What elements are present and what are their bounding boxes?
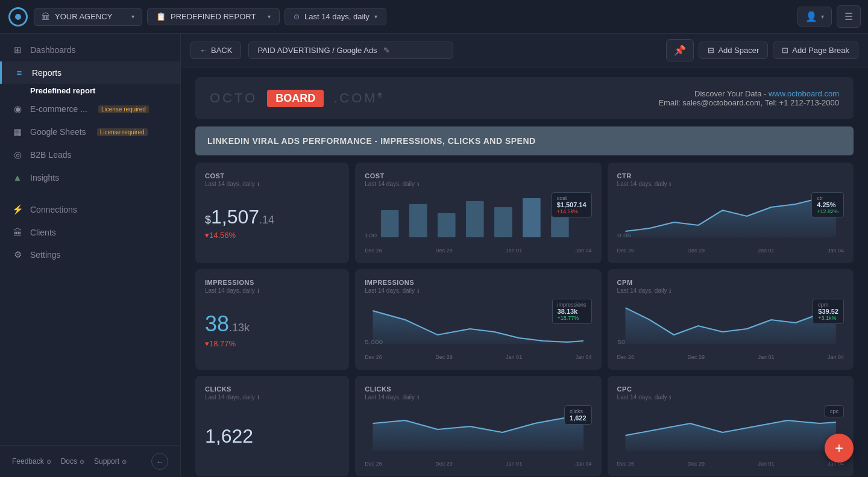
metric-card-cost-simple: COST Last 14 days, daily ℹ $1,507.14 ▾14… [195,163,349,263]
sidebar-sub-predefined-report[interactable]: Predefined report [0,84,180,98]
date-label: Last 14 days, daily [304,12,370,21]
sidebar-item-dashboards[interactable]: ⊞ Dashboards [0,39,180,61]
sparkline-clicks [365,405,591,454]
cost-currency: $ [205,214,211,226]
chart-tooltip-cpc: cpc [825,405,844,417]
menu-button[interactable]: ☰ [837,5,861,28]
sidebar-label-ecommerce: E-commerce ... [30,104,87,114]
ecommerce-icon: ◉ [12,104,23,114]
user-button[interactable]: 👤 ▾ [797,7,832,26]
content-area: ← BACK PAID ADVERTISING / Google Ads ✎ 📌… [181,34,868,477]
docs-link[interactable]: Docs ⊙ [61,457,84,466]
pin-button[interactable]: 📌 [666,39,694,61]
sidebar-label-clients: Clients [30,228,56,237]
tooltip-value-cost: $1,507.14 [557,201,587,208]
breadcrumb-bar: ← BACK PAID ADVERTISING / Google Ads ✎ 📌… [181,34,868,67]
chart-tooltip-ctr: ctr 4.25% +12.82% [811,192,844,217]
sparkline-cpm: 50 [617,299,844,347]
metric-sub-cost: Last 14 days, daily ℹ [205,181,339,187]
metric-big-value-impressions: 38.13k [205,311,339,337]
svg-marker-14 [373,416,583,450]
chart-tooltip-cpm: cpm $39.52 +3.1k% [813,299,844,324]
svg-rect-5 [523,198,541,237]
chart-x-labels-cpm: Dec 26 Dec 29 Jan 01 Jan 04 [617,354,844,360]
tooltip-value-impressions: 38.13k [558,308,587,315]
pin-icon: 📌 [674,45,686,55]
chart-area-cpm: cpm $39.52 +3.1k% 50 [617,299,844,353]
report-icon: 📋 [156,12,166,21]
sparkline-ctr: 0.05 [617,192,844,240]
connections-icon: ⚡ [12,204,23,215]
sidebar-item-reports[interactable]: ≡ Reports [0,61,180,84]
agency-selector[interactable]: 🏛 YOUR AGENCY ▾ [34,8,142,26]
dashboards-icon: ⊞ [12,45,23,55]
tooltip-label-cpc: cpc [830,408,838,414]
info-icon-ctr: ℹ [669,181,671,187]
metric-sub-clicks: Last 14 days, daily ℹ [205,394,339,401]
report-selector[interactable]: 📋 PREDEFINED REPORT ▾ [147,8,280,25]
back-button[interactable]: ← BACK [190,42,241,59]
pagebreak-label: Add Page Break [792,46,849,55]
section-title: LINKEDIN VIRAL ADS PERFORMANCE - IMPRESS… [207,136,841,146]
discover-text: Discover Your Data - www.octoboard.com [658,89,839,98]
chart-area-clicks: clicks 1,622 [365,405,591,460]
logo-circle [8,7,28,26]
report-header: OCTO BOARD .COM® Discover Your Data - ww… [195,77,854,119]
sidebar-label-google-sheets: Google Sheets [30,127,86,137]
sidebar-label-insights: Insights [30,173,59,182]
info-icon-imp: ℹ [257,288,259,294]
metric-change-impressions: ▾18.77% [205,339,339,348]
sidebar-label-reports: Reports [32,68,61,78]
brand-board-badge: BOARD [267,90,324,107]
edit-icon[interactable]: ✎ [383,46,390,55]
back-arrow-icon: ← [200,46,207,55]
nav-arrow-icon[interactable]: ← [151,453,168,470]
user-chevron-icon: ▾ [821,13,824,20]
metric-card-impressions-simple: IMPRESSIONS Last 14 days, daily ℹ 38.13k… [195,269,349,370]
predefined-report-label: Predefined report [30,86,95,95]
metrics-row-3: CLICKS Last 14 days, daily ℹ 1,622 CLICK… [195,376,854,476]
sidebar-item-connections[interactable]: ⚡ Connections [0,198,180,221]
tooltip-value-clicks: 1,622 [570,414,587,422]
topbar-right: 👤 ▾ ☰ [797,5,861,28]
add-spacer-button[interactable]: ⊟ Add Spacer [699,42,768,59]
sidebar-item-ecommerce[interactable]: ◉ E-commerce ... License required [0,98,180,120]
metric-card-cpm: CPM Last 14 days, daily ℹ cpm $39.52 +3.… [608,269,854,370]
metric-label-cost: COST [205,172,339,179]
metric-card-impressions-chart: IMPRESSIONS Last 14 days, daily ℹ impres… [355,269,601,370]
spacer-label: Add Spacer [718,46,759,55]
breadcrumb-text: PAID ADVERTISING / Google Ads [257,46,377,55]
agency-label: YOUR AGENCY [55,12,127,21]
sidebar-label-b2b-leads: B2B Leads [30,150,72,160]
metric-label-clicks: CLICKS [205,385,339,393]
fab-add-button[interactable]: + [825,434,854,463]
b2b-leads-icon: ◎ [12,149,23,160]
support-link[interactable]: Support ⊙ [94,457,127,466]
date-chevron-icon: ▾ [374,13,377,20]
section-header: LINKEDIN VIRAL ADS PERFORMANCE - IMPRESS… [195,126,854,155]
sidebar-item-insights[interactable]: ▲ Insights [0,166,180,189]
tooltip-change-cost: +14.5k% [557,208,587,214]
website-link[interactable]: www.octoboard.com [769,89,839,98]
main-layout: ⊞ Dashboards ≡ Reports Predefined report… [0,34,868,477]
svg-rect-2 [438,213,456,237]
chart-x-labels-impressions: Dec 26 Dec 29 Jan 01 Jan 04 [365,354,591,360]
feedback-link[interactable]: Feedback ⊙ [12,457,51,466]
add-page-break-button[interactable]: ⊡ Add Page Break [773,42,858,59]
chart-tooltip-impressions: impressions 38.13k +18.77% [552,299,592,324]
tooltip-label-clicks: clicks [570,408,587,414]
sidebar-item-b2b-leads[interactable]: ◎ B2B Leads [0,143,180,166]
metric-label-cpc: CPC [617,385,844,393]
sidebar-item-settings[interactable]: ⚙ Settings [0,243,180,266]
sidebar-item-clients[interactable]: 🏛 Clients [0,221,180,243]
report-chevron-icon: ▾ [268,13,271,20]
spacer-icon: ⊟ [708,46,714,55]
sidebar-item-google-sheets[interactable]: ▦ Google Sheets License required [0,120,180,143]
info-icon-clicks: ℹ [257,394,259,401]
date-selector[interactable]: ⊙ Last 14 days, daily ▾ [285,8,386,25]
clients-icon: 🏛 [12,227,23,237]
chart-area-cost: cost $1,507.14 +14.5k% [365,192,591,246]
tooltip-label-ctr: ctr [817,195,838,201]
metric-card-cost-chart: COST Last 14 days, daily ℹ cost $1,507.1… [355,163,601,263]
chart-area-impressions: impressions 38.13k +18.77% 5,000 [365,299,591,353]
